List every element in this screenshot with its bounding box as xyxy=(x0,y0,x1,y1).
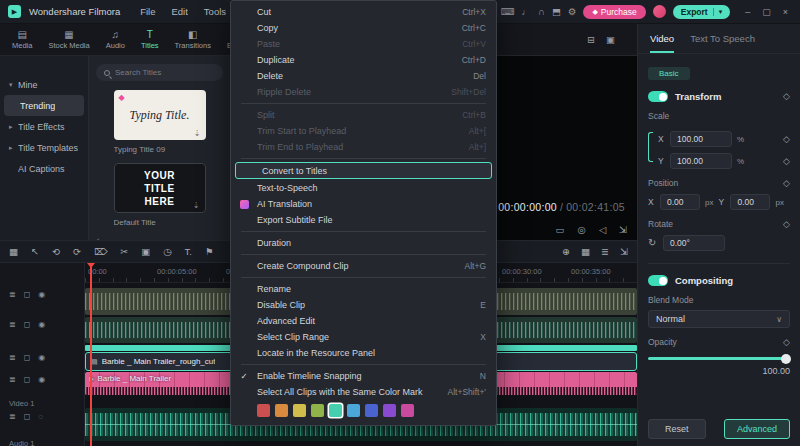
speed-icon[interactable]: ◷ xyxy=(163,247,171,257)
track-options-icon[interactable]: ≣ xyxy=(9,354,16,362)
menu-item-create-compound-clip[interactable]: Create Compound ClipAlt+G xyxy=(231,258,496,274)
snapshot-icon[interactable]: ◎ xyxy=(577,225,585,235)
maximize-button[interactable]: ▢ xyxy=(758,7,775,17)
track-manager-icon[interactable]: ≣ xyxy=(601,247,609,257)
grid-view-icon[interactable]: ▦ xyxy=(581,247,590,257)
add-icon[interactable]: ⊕ xyxy=(562,247,570,257)
mic-icon[interactable]: ♩ xyxy=(522,7,532,17)
scale-x-input[interactable]: 100.00 xyxy=(670,131,732,147)
select-tool-icon[interactable]: ↖ xyxy=(31,247,39,257)
playhead[interactable] xyxy=(90,263,92,446)
menubar-item-edit[interactable]: Edit xyxy=(163,6,195,17)
sidebar-item-ai-captions[interactable]: AI Captions xyxy=(0,158,88,179)
compositing-toggle[interactable] xyxy=(648,275,668,286)
preview-layout-icon[interactable]: ▣ xyxy=(606,35,615,45)
tab-media[interactable]: ▤Media xyxy=(4,24,40,55)
tab-stock-media[interactable]: ▦Stock Media xyxy=(40,24,97,55)
speaker-icon[interactable]: ◁ xyxy=(599,225,606,235)
color-mark-swatch[interactable] xyxy=(383,404,396,417)
menu-item-rename[interactable]: Rename xyxy=(231,281,496,297)
scale-y-input[interactable]: 100.00 xyxy=(670,153,732,169)
keyframe-icon[interactable]: ◇ xyxy=(783,179,790,188)
collapse-panel-icon[interactable]: ⊟ xyxy=(587,35,595,45)
color-mark-swatch[interactable] xyxy=(347,404,360,417)
sidebar-item-title-templates[interactable]: ▸Title Templates xyxy=(0,137,88,158)
keyframe-icon[interactable]: ◇ xyxy=(783,220,790,229)
crop-icon[interactable]: ▣ xyxy=(141,247,150,257)
menu-item-ai-translation[interactable]: AI Translation xyxy=(231,196,496,212)
export-button[interactable]: Export ▾ xyxy=(673,5,730,19)
lock-icon[interactable]: ◻ xyxy=(24,291,31,299)
menu-item-text-to-speech[interactable]: Text-to-Speech xyxy=(231,180,496,196)
color-mark-swatch[interactable] xyxy=(275,404,288,417)
menu-item-convert-to-titles[interactable]: Convert to Titles xyxy=(235,162,492,179)
tab-video[interactable]: Video xyxy=(650,24,674,53)
keyframe-icon[interactable]: ◇ xyxy=(783,157,790,166)
lock-icon[interactable]: ◻ xyxy=(24,376,31,384)
menu-item-cut[interactable]: CutCtrl+X xyxy=(231,4,496,20)
menu-item-locate-in-the-resource-panel[interactable]: Locate in the Resource Panel xyxy=(231,345,496,361)
zoom-fit-icon[interactable]: ⇲ xyxy=(620,247,628,257)
slider-handle[interactable] xyxy=(781,354,791,364)
menu-item-export-subtitle-file[interactable]: Export Subtitle File xyxy=(231,212,496,228)
workspace-icon[interactable]: ▦ xyxy=(9,247,18,257)
tab-text-to-speech[interactable]: Text To Speech xyxy=(690,24,755,53)
settings-icon[interactable]: ⚙ xyxy=(568,7,577,17)
tab-transitions[interactable]: ◧Transitions xyxy=(167,24,219,55)
menu-item-enable-timeline-snapping[interactable]: ✓Enable Timeline SnappingN xyxy=(231,368,496,384)
cloud-icon[interactable]: ⬒ xyxy=(552,7,561,17)
track-options-icon[interactable]: ≣ xyxy=(9,413,16,421)
keyboard-icon[interactable]: ⌨ xyxy=(501,7,515,17)
keyframe-icon[interactable]: ◇ xyxy=(783,135,790,144)
redo-icon[interactable]: ⟳ xyxy=(73,247,81,257)
rotate-input[interactable]: 0.00° xyxy=(663,235,725,251)
menu-item-delete[interactable]: DeleteDel xyxy=(231,68,496,84)
reset-button[interactable]: Reset xyxy=(648,419,706,439)
link-scale-icon[interactable] xyxy=(648,132,653,162)
avatar[interactable] xyxy=(653,5,666,18)
menu-item-select-all-clips-with-the-same-color-mark[interactable]: Select All Clips with the Same Color Mar… xyxy=(231,384,496,400)
minimize-button[interactable]: – xyxy=(741,7,754,17)
color-mark-swatch[interactable] xyxy=(293,404,306,417)
title-template-card[interactable]: ◆ Typing Title. ⇣ xyxy=(114,90,206,140)
basic-badge[interactable]: Basic xyxy=(648,67,690,80)
menu-item-copy[interactable]: CopyCtrl+C xyxy=(231,20,496,36)
keyframe-icon[interactable]: ◇ xyxy=(783,92,790,101)
track-options-icon[interactable]: ≣ xyxy=(9,376,16,384)
text-tool-icon[interactable]: T. xyxy=(185,247,192,257)
menubar-item-tools[interactable]: Tools xyxy=(196,6,234,17)
lock-icon[interactable]: ◻ xyxy=(24,321,31,329)
menu-item-duration[interactable]: Duration xyxy=(231,235,496,251)
split-icon[interactable]: ✂ xyxy=(120,247,128,257)
menu-item-advanced-edit[interactable]: Advanced Edit xyxy=(231,313,496,329)
tab-audio[interactable]: ♫Audio xyxy=(98,24,133,55)
visibility-icon[interactable]: ◉ xyxy=(38,354,45,362)
color-mark-swatch[interactable] xyxy=(311,404,324,417)
position-y-input[interactable]: 0.00 xyxy=(730,194,770,210)
color-mark-swatch[interactable] xyxy=(401,404,414,417)
purchase-button[interactable]: ◆ Purchase xyxy=(583,5,645,19)
menubar-item-file[interactable]: File xyxy=(132,6,163,17)
track-options-icon[interactable]: ≣ xyxy=(9,291,16,299)
blend-mode-select[interactable]: Normal ∨ xyxy=(648,310,790,328)
display-quality-icon[interactable]: ▭ xyxy=(555,225,564,235)
menu-item-select-clip-range[interactable]: Select Clip RangeX xyxy=(231,329,496,345)
advanced-button[interactable]: Advanced xyxy=(724,419,790,439)
download-icon[interactable]: ⇣ xyxy=(193,201,200,210)
lock-icon[interactable]: ◻ xyxy=(24,354,31,362)
color-mark-swatch[interactable] xyxy=(365,404,378,417)
position-x-input[interactable]: 0.00 xyxy=(660,194,700,210)
track-options-icon[interactable]: ≣ xyxy=(9,321,16,329)
sidebar-item-title-effects[interactable]: ▸Title Effects xyxy=(0,116,88,137)
visibility-icon[interactable]: ◉ xyxy=(38,376,45,384)
fullscreen-icon[interactable]: ⇲ xyxy=(619,225,627,235)
search-box[interactable] xyxy=(96,64,223,81)
transform-toggle[interactable] xyxy=(648,91,668,102)
menu-item-duplicate[interactable]: DuplicateCtrl+D xyxy=(231,52,496,68)
sidebar-item-mine[interactable]: ▾Mine xyxy=(0,74,88,95)
opacity-slider[interactable] xyxy=(648,357,790,360)
rotate-dial-icon[interactable]: ↻ xyxy=(648,238,658,248)
delete-icon[interactable]: ⌦ xyxy=(94,247,107,257)
color-mark-swatch[interactable] xyxy=(257,404,270,417)
visibility-icon[interactable]: ◉ xyxy=(38,321,45,329)
